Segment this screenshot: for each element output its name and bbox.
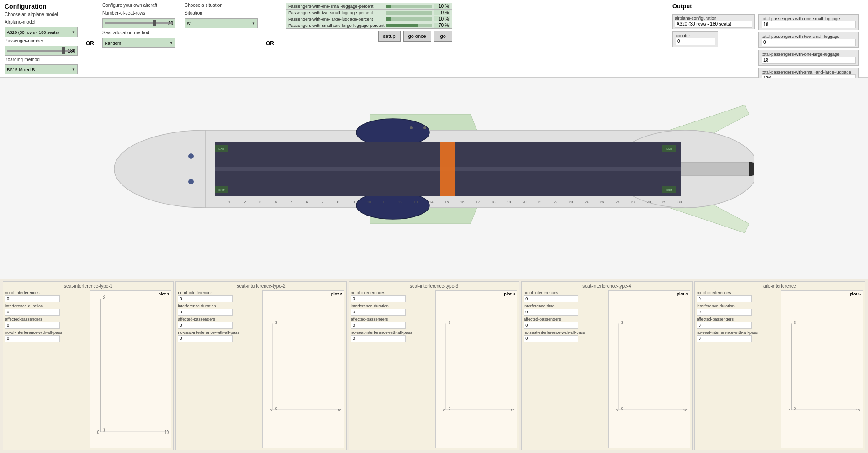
total-one-small-label: total-passengers-with-one-small-luggage: [762, 16, 856, 21]
plot3-value-2: 0: [351, 322, 406, 329]
go-once-button[interactable]: go once: [403, 31, 431, 42]
airplane-model-dropdown[interactable]: A320 (30 rows - 180 seats) ▼: [5, 27, 78, 37]
config-area: Configuration Choose an airplane model A…: [0, 0, 868, 78]
plot3-label-2: affected-passengers: [351, 317, 432, 321]
one-small-slider[interactable]: [386, 5, 432, 8]
svg-text:3: 3: [621, 321, 623, 325]
plot1-value-3: 0: [5, 335, 60, 342]
luggage-row-small-large[interactable]: Passengers-with-small-and-large-luggage-…: [286, 22, 452, 28]
boarding-method-value: BS15-Mixed-B: [7, 67, 35, 72]
situation-value: S1: [187, 21, 192, 26]
plot2-value-2: 0: [178, 322, 233, 329]
plot5-label-1: interference-duration: [697, 304, 778, 308]
plot5-field-0: no-of-interferences 0: [697, 290, 778, 302]
total-two-small-box: total-passengers-with-two-small-luggage …: [758, 32, 859, 48]
svg-text:27: 27: [631, 200, 635, 204]
svg-text:7: 7: [322, 200, 324, 204]
or-text-2: OR: [266, 40, 274, 47]
counter-label: counter: [676, 33, 715, 38]
one-large-value: 10 %: [434, 16, 450, 21]
total-one-large-label: total-passengers-with-one-large-luggage: [762, 52, 856, 57]
svg-text:21: 21: [538, 200, 542, 204]
plot4-inner: no-of-interferences 0 interference-time …: [524, 290, 690, 448]
plot2-field-2: affected-passengers 0: [178, 317, 259, 329]
counter-value: 0: [676, 38, 715, 45]
svg-text:30: 30: [678, 200, 682, 204]
choose-situation-label: Choose a situation: [185, 3, 258, 8]
total-two-small-label: total-passengers-with-two-small-luggage: [762, 34, 856, 39]
plot2-chart-label: plot 2: [331, 292, 342, 296]
plot1-field-3: no-of-interference-with-aff-pass 0: [5, 330, 86, 342]
seat-alloc-arrow: ▼: [169, 41, 173, 45]
output-title: Output: [672, 3, 859, 10]
svg-text:0: 0: [621, 406, 624, 411]
svg-text:0: 0: [789, 408, 791, 412]
plot5-field-3: no-seat-interference-with-aff-pass 0: [697, 330, 778, 342]
one-small-value: 10 %: [434, 4, 450, 9]
plot1-svg: 0 10 3 0: [90, 291, 171, 448]
go-button[interactable]: go: [434, 31, 452, 42]
plot4-value-3: 0: [524, 335, 578, 342]
luggage-row-one-small[interactable]: Passengers-with-one-small-luggage-percen…: [286, 3, 452, 10]
plot2-label-3: no-seat-interference-with-aff-pass: [178, 330, 259, 335]
svg-text:3: 3: [275, 321, 277, 325]
plot2-field-0: no-of-interferences 0: [178, 290, 259, 302]
buttons-row: setup go once go: [378, 31, 452, 42]
plot1-field-2: affected-passengers 0: [5, 317, 86, 329]
setup-button[interactable]: setup: [378, 31, 401, 42]
small-large-label: Passengers-with-small-and-large-luggage-…: [288, 23, 385, 28]
svg-rect-8: [681, 162, 749, 176]
svg-text:0: 0: [270, 408, 272, 412]
svg-text:3: 3: [259, 200, 262, 204]
plot3-label-3: no-seat-interference-with-aff-pass: [351, 330, 432, 335]
svg-text:10: 10: [510, 408, 514, 412]
airplane-model-arrow: ▼: [72, 30, 75, 34]
plot3-fields: no-of-interferences 0 interference-durat…: [351, 290, 432, 448]
passenger-number-value: 180: [68, 48, 75, 53]
plot2-label-1: interference-duration: [178, 304, 259, 308]
situation-arrow: ▼: [252, 21, 255, 26]
plot1-label-2: affected-passengers: [5, 317, 86, 321]
svg-text:EXIT: EXIT: [666, 189, 672, 191]
plot-section-1: seat-interference-type-1 no-of-interfere…: [3, 281, 174, 450]
boarding-method-dropdown[interactable]: BS15-Mixed-B ▼: [5, 64, 78, 74]
total-one-small-box: total-passengers-with-one-small-luggage …: [758, 14, 859, 30]
airplane-model-label: Airplane-model: [5, 20, 78, 25]
plot1-value-2: 0: [5, 322, 60, 329]
two-small-value: 0 %: [434, 10, 450, 15]
svg-marker-9: [749, 162, 754, 176]
one-large-slider[interactable]: [386, 17, 432, 21]
svg-text:25: 25: [600, 200, 604, 204]
plot3-chart: plot 3 0 10 3 0: [435, 290, 518, 448]
plot2-field-1: interference-duration 0: [178, 304, 259, 316]
svg-text:0: 0: [102, 427, 105, 433]
plot3-label-0: no-of-interferences: [351, 290, 432, 295]
situation-label: Situation: [185, 11, 258, 16]
passenger-slider[interactable]: 180: [5, 46, 78, 56]
plot1-chart-label: plot 1: [158, 292, 169, 296]
plot3-title: seat-interference-type-3: [351, 284, 517, 289]
luggage-row-two-small[interactable]: Passengers-with-two-small-luggage-percen…: [286, 10, 452, 16]
svg-text:13: 13: [414, 200, 418, 204]
plot5-value-2: 0: [697, 322, 752, 329]
seat-rows-slider[interactable]: 30: [102, 18, 175, 28]
situation-dropdown[interactable]: S1 ▼: [185, 18, 258, 28]
svg-text:10: 10: [856, 408, 860, 412]
small-large-slider[interactable]: [386, 24, 432, 27]
plot2-chart: plot 2 0 10 3 0: [262, 290, 344, 448]
svg-text:3: 3: [102, 294, 105, 300]
plot1-inner: no-of-interferences 0 interference-durat…: [5, 290, 171, 448]
plot4-label-1: interference-time: [524, 304, 605, 308]
plot5-label-0: no-of-interferences: [697, 290, 778, 295]
svg-text:28: 28: [647, 200, 651, 204]
svg-point-56: [423, 126, 426, 129]
plot5-label-3: no-seat-interference-with-aff-pass: [697, 330, 778, 335]
seat-alloc-dropdown[interactable]: Random ▼: [102, 38, 175, 48]
plot4-svg: 0 10 3 0: [609, 291, 690, 448]
svg-text:0: 0: [275, 406, 278, 411]
two-small-slider[interactable]: [386, 11, 432, 15]
one-small-label: Passengers-with-one-small-luggage-percen…: [288, 4, 385, 9]
plot3-svg: 0 10 3 0: [436, 291, 517, 448]
svg-text:11: 11: [383, 200, 387, 204]
luggage-row-one-large[interactable]: Passengers-with-one-large-luggage-percen…: [286, 16, 452, 22]
